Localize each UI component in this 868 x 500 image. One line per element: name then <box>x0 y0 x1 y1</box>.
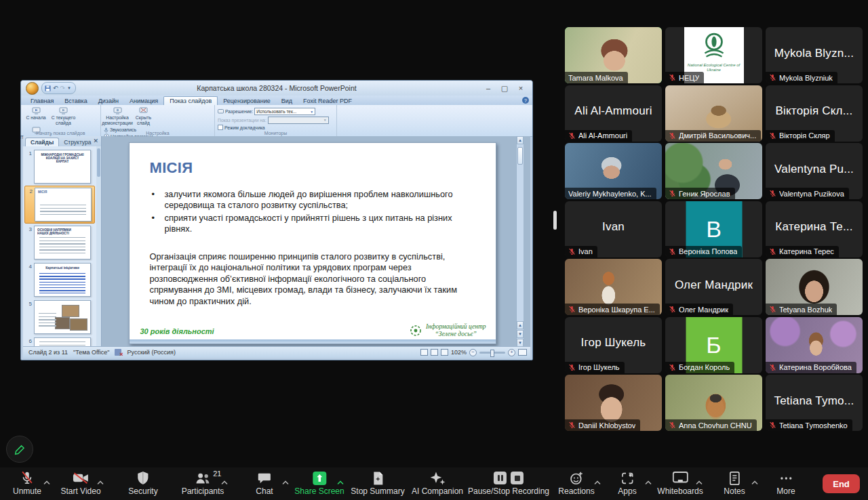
close-button[interactable]: × <box>513 83 528 93</box>
resolution-select[interactable]: Использовать тек...▼ <box>254 108 315 115</box>
zoom-in-icon[interactable]: + <box>508 349 515 356</box>
office-button[interactable] <box>26 82 39 95</box>
participant-tile-18[interactable]: Катерина Воробйова <box>766 317 863 373</box>
toolbar-notes-button[interactable]: Notes <box>724 470 745 496</box>
end-button[interactable]: End <box>823 474 860 493</box>
toolbar-participants-chevron[interactable] <box>221 476 229 488</box>
from-current-slide-button[interactable]: С текущего слайда <box>51 106 75 126</box>
participant-tile-21[interactable]: Tetiana Tymo...Tetiana Tymoshenko <box>766 375 863 431</box>
slide-sorter-view-icon[interactable] <box>431 349 438 356</box>
thumbnail-slide-4[interactable]: 4Карпатські ініціативи <box>24 262 95 298</box>
toolbar-pause-stop-recording-button[interactable]: Pause/Stop Recording <box>468 470 549 496</box>
toolbar-reactions-chevron[interactable] <box>594 476 601 488</box>
participant-tile-3[interactable]: Mykola Blyzn...Mykola Blyzniuk <box>766 27 863 83</box>
toolbar-reactions-button[interactable]: Reactions <box>558 470 594 496</box>
toolbar-share-screen-chevron[interactable] <box>337 476 344 488</box>
security-icon <box>136 470 149 486</box>
ppt-titlebar[interactable]: ↶ ↷ ▼ Карпатська школа 280324 - Microsof… <box>21 81 532 96</box>
slides-panel-scrollbar[interactable] <box>96 146 101 347</box>
window-title: Карпатська школа 280324 - Microsoft Powe… <box>21 84 532 92</box>
spellcheck-icon[interactable] <box>115 349 121 356</box>
editor-scrollbar[interactable]: ▲ ▲ ▼ ▼ <box>516 136 524 347</box>
toolbar-whiteboards-chevron[interactable] <box>696 476 703 488</box>
gallery-resize-handle[interactable] <box>553 211 557 230</box>
participant-tile-13[interactable]: Вероніка Шкарупа Е... <box>565 259 662 315</box>
set-up-show-button[interactable]: Настройка демонстрации <box>104 106 131 126</box>
participant-tile-7[interactable]: Valeriy Mykhaylenko, K... <box>565 143 662 199</box>
thumbnail-slide-2[interactable]: 2МІСІЯ <box>24 186 95 224</box>
participant-tile-8[interactable]: Геник Ярослав <box>665 143 762 199</box>
toolbar-notes-chevron[interactable] <box>751 476 759 488</box>
slide-canvas[interactable]: МІСІЯ залучити якомога більше людей до в… <box>129 142 496 344</box>
thumbnail-slide-5[interactable]: 5 <box>24 299 95 335</box>
ribbon-tab-6[interactable]: Рецензирование <box>218 97 276 105</box>
fit-to-window-icon[interactable] <box>518 349 527 356</box>
participant-tile-12[interactable]: Катерина Те...Катерина Терес <box>766 201 863 257</box>
ribbon-tab-2[interactable]: Вставка <box>59 97 92 105</box>
toolbar-more-button[interactable]: More <box>776 470 795 496</box>
participant-tile-10[interactable]: IvanIvan <box>565 201 662 257</box>
toolbar-apps-button[interactable]: Apps <box>618 470 636 496</box>
participant-tile-4[interactable]: Ali Al-AmmouriAli Al-Ammouri <box>565 85 662 142</box>
participant-tile-5[interactable]: Дмитрій Васильович... <box>665 85 762 142</box>
zoom-out-icon[interactable]: − <box>469 349 477 356</box>
presenter-view-checkbox[interactable]: Режим докладчика <box>218 125 334 130</box>
muted-mic-icon <box>669 364 676 371</box>
toolbar-ai-companion-button[interactable]: AI Companion <box>412 470 463 496</box>
slideshow-view-icon[interactable] <box>441 349 448 356</box>
toolbar-apps-chevron[interactable] <box>645 476 652 488</box>
ribbon-tab-5[interactable]: Показ слайдов <box>163 96 218 105</box>
zoom-level: 102% <box>451 349 467 356</box>
participant-tile-16[interactable]: Ігор ШукельІгор Шукель <box>565 317 662 373</box>
normal-view-icon[interactable] <box>420 349 428 356</box>
ribbon-tab-4[interactable]: Анимация <box>124 97 163 105</box>
slides-panel-close-icon[interactable]: ✕ <box>93 138 98 144</box>
redo-icon[interactable]: ↷ <box>60 85 66 91</box>
participant-tile-14[interactable]: Олег МандрикОлег Мандрик <box>665 259 762 315</box>
participants-gallery: Tamara MalkovaNational Ecological Centre… <box>565 27 863 431</box>
participant-tile-2[interactable]: National Ecological Centre of UkraineНЕЦ… <box>665 27 762 83</box>
participant-tile-19[interactable]: Daniil Khlobystov <box>565 375 662 431</box>
thumbnail-slide-6[interactable]: 6 <box>24 336 95 347</box>
ribbon: С начала С текущего слайда Произвольный … <box>21 105 532 137</box>
toolbar-chat-chevron[interactable] <box>282 476 290 488</box>
ribbon-tab-8[interactable]: Foxit Reader PDF <box>298 97 357 105</box>
participant-tile-1[interactable]: Tamara Malkova <box>565 27 662 83</box>
language-indicator[interactable]: Русский (Россия) <box>127 349 175 356</box>
toolbar-participants-button[interactable]: 21Participants <box>182 470 224 496</box>
tab-slides[interactable]: Слайды <box>25 138 59 146</box>
ribbon-tab-3[interactable]: Дизайн <box>93 97 124 105</box>
muted-mic-icon <box>669 74 676 81</box>
qat-dropdown-icon[interactable]: ▼ <box>67 86 71 90</box>
participant-name-label: Ігор Шукель <box>565 362 625 373</box>
toolbar-unmute-chevron[interactable] <box>43 476 51 488</box>
toolbar-unmute-button[interactable]: Unmute <box>13 470 41 496</box>
ribbon-tab-7[interactable]: Вид <box>276 97 298 105</box>
annotation-button[interactable] <box>6 436 33 463</box>
quick-access-toolbar[interactable]: ↶ ↷ ▼ <box>41 82 76 94</box>
toolbar-security-button[interactable]: Security <box>128 470 157 496</box>
participant-tile-9[interactable]: Valentyna Pu...Valentyna Puzikova <box>766 143 863 199</box>
zoom-slider[interactable] <box>479 352 505 354</box>
muted-mic-icon <box>669 132 676 140</box>
help-icon[interactable]: ? <box>522 97 529 104</box>
from-beginning-button[interactable]: С начала <box>24 106 48 121</box>
save-icon[interactable] <box>45 85 51 91</box>
maximize-button[interactable]: ▢ <box>497 83 512 93</box>
participant-tile-11[interactable]: ВВероніка Попова <box>665 201 762 257</box>
undo-icon[interactable]: ↶ <box>53 85 58 91</box>
participant-tile-17[interactable]: ББогдан Король <box>665 317 762 373</box>
minimize-button[interactable]: – <box>481 83 496 93</box>
participant-tile-20[interactable]: Anna Chovhun CHNU <box>665 375 762 431</box>
tab-outline[interactable]: Структура <box>59 138 96 146</box>
thumbnail-slide-1[interactable]: 1МІЖНАРОДНІ ГРОМАДСЬКІ КОАЛІЦІЇ НА ЗАХИС… <box>24 148 95 185</box>
participant-tile-15[interactable]: Tetyana Bozhuk <box>766 259 863 315</box>
hide-slide-button[interactable]: Скрыть слайд <box>134 106 153 126</box>
toolbar-chat-button[interactable]: Chat <box>256 470 273 496</box>
thumbnail-slide-3[interactable]: 3ОСНОВНІ НАПРЯМКИ НАШОЇ ДІЯЛЬНОСТІ <box>24 224 95 261</box>
participant-tile-6[interactable]: Вікторія Скл...Вікторія Скляр <box>766 85 863 142</box>
toolbar-stop-summary-button[interactable]: Stop Summary <box>351 470 404 496</box>
toolbar-start-video-chevron[interactable] <box>97 476 104 488</box>
toolbar-start-video-button[interactable]: Start Video <box>60 470 100 496</box>
ribbon-tab-1[interactable]: Главная <box>25 97 59 105</box>
